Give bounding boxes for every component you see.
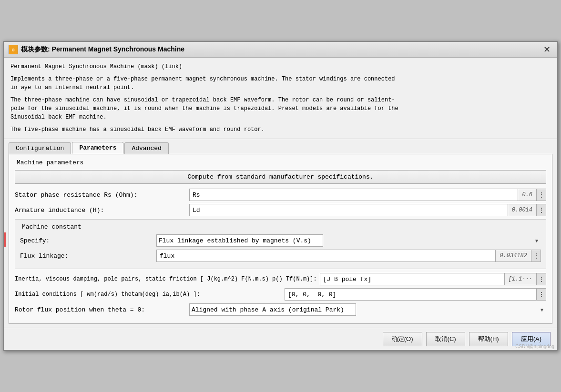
armature-inductance-input-group: 0.0014 ⋮ [189, 204, 546, 216]
footer-bar: 确定(O) 取消(C) 帮助(H) 应用(A) [4, 328, 557, 350]
armature-inductance-row: Armature inductance (H): 0.0014 ⋮ [15, 204, 546, 216]
specify-select-wrapper: Flux linkage established by magnets (V.s… [156, 234, 541, 247]
initial-conditions-more-btn[interactable]: ⋮ [537, 288, 546, 301]
desc-line3: The three-phase machine can have sinusoi… [10, 96, 551, 121]
rotor-flux-select-wrapper: Aligned with phase A axis (original Park… [189, 303, 546, 316]
rotor-flux-label: Rotor flux position when theta = 0: [15, 306, 186, 313]
machine-constant-section: Machine constant Specify: Flux linkage e… [15, 219, 546, 269]
specify-row: Specify: Flux linkage established by mag… [20, 234, 541, 247]
app-icon: ⚙ [9, 45, 18, 54]
section-label: Machine parameters [17, 159, 546, 166]
window-title: 模块参数: Permanent Magnet Synchronous Machi… [21, 45, 184, 54]
content-area: Machine parameters Compute from standard… [9, 154, 552, 324]
cancel-button[interactable]: 取消(C) [426, 332, 465, 346]
specify-select[interactable]: Flux linkage established by magnets (V.s… [156, 234, 323, 247]
tab-configuration[interactable]: Configuration [9, 142, 71, 154]
compute-button[interactable]: Compute from standard manufacturer speci… [15, 170, 546, 184]
armature-inductance-more-btn[interactable]: ⋮ [537, 204, 546, 216]
stator-resistance-input-group: 0.6 ⋮ [189, 189, 546, 201]
initial-conditions-label: Initial conditions [ wm(rad/s) thetam(de… [15, 291, 282, 298]
main-dialog: ⚙ 模块参数: Permanent Magnet Synchronous Mac… [3, 41, 558, 351]
stator-resistance-input[interactable] [189, 189, 518, 201]
stator-resistance-value: 0.6 [518, 189, 537, 201]
desc-line1: Permanent Magnet Synchronous Machine (ma… [10, 62, 551, 71]
close-button[interactable]: ✕ [541, 45, 552, 54]
tab-parameters[interactable]: Parameters [72, 142, 123, 154]
armature-inductance-input[interactable] [189, 204, 508, 216]
help-button[interactable]: 帮助(H) [469, 332, 508, 346]
watermark: CSDN@nipingdog [515, 344, 554, 349]
flux-linkage-value: 0.034182 [496, 250, 531, 262]
left-accent [4, 232, 6, 247]
armature-inductance-value: 0.0014 [508, 204, 537, 216]
flux-linkage-row: Flux linkage: 0.034182 ⋮ [20, 250, 541, 262]
rotor-flux-select[interactable]: Aligned with phase A axis (original Park… [189, 303, 356, 316]
inertia-label: Inertia, viscous damping, pole pairs, st… [15, 276, 317, 282]
tab-advanced[interactable]: Advanced [124, 142, 168, 154]
flux-linkage-input[interactable] [156, 250, 496, 262]
specify-label: Specify: [20, 237, 153, 244]
inertia-row: Inertia, viscous damping, pole pairs, st… [15, 273, 546, 285]
inertia-more-btn[interactable]: ⋮ [537, 273, 546, 285]
flux-linkage-label: Flux linkage: [20, 252, 153, 260]
rotor-flux-row: Rotor flux position when theta = 0: Alig… [15, 303, 546, 316]
tab-row: Configuration Parameters Advanced [4, 139, 557, 154]
flux-linkage-input-group: 0.034182 ⋮ [156, 250, 541, 262]
ok-button[interactable]: 确定(O) [383, 332, 422, 346]
stator-resistance-row: Stator phase resistance Rs (Ohm): 0.6 ⋮ [15, 189, 546, 201]
inertia-input[interactable] [320, 273, 505, 285]
stator-resistance-label: Stator phase resistance Rs (Ohm): [15, 191, 186, 199]
initial-conditions-input-group: ⋮ [285, 288, 546, 301]
description-area: Permanent Magnet Synchronous Machine (ma… [4, 58, 557, 139]
title-bar-left: ⚙ 模块参数: Permanent Magnet Synchronous Mac… [9, 45, 184, 54]
initial-conditions-row: Initial conditions [ wm(rad/s) thetam(de… [15, 288, 546, 301]
machine-constant-label: Machine constant [22, 223, 541, 231]
flux-linkage-more-btn[interactable]: ⋮ [531, 250, 541, 262]
inertia-value: [1.1··· [505, 273, 537, 285]
inertia-input-group: [1.1··· ⋮ [320, 273, 546, 285]
initial-conditions-input[interactable] [285, 288, 537, 301]
stator-resistance-more-btn[interactable]: ⋮ [537, 189, 546, 201]
armature-inductance-label: Armature inductance (H): [15, 207, 186, 214]
desc-line2: Implements a three-phase or a five-phase… [10, 75, 551, 92]
desc-line4: The five-phase machine has a sinusoidal … [10, 125, 551, 134]
title-bar: ⚙ 模块参数: Permanent Magnet Synchronous Mac… [4, 42, 557, 58]
